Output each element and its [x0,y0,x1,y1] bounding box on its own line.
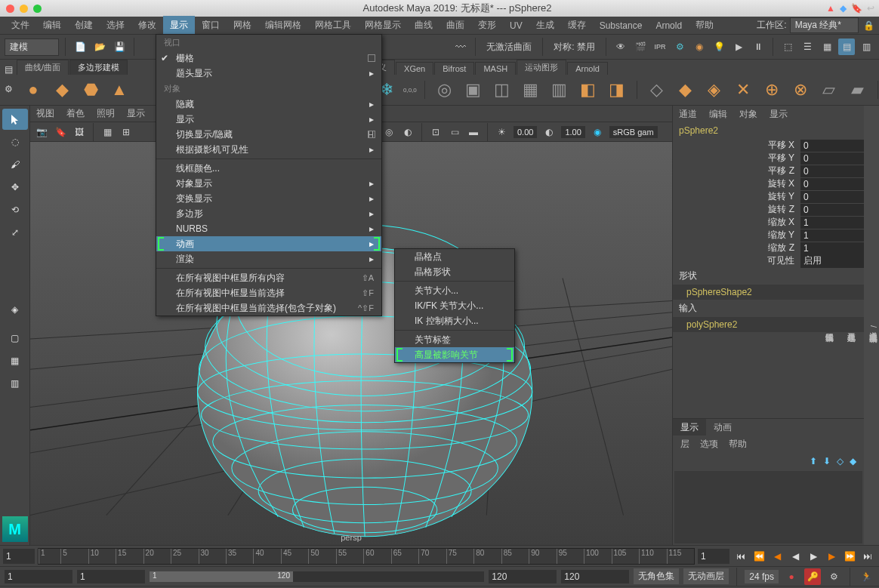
menu-edit-mesh[interactable]: 编辑网格 [258,16,308,35]
timeline-start-field[interactable]: 1 [3,549,35,564]
view-menu-show[interactable]: 显示 [121,105,151,122]
submenu-joint-size[interactable]: 关节大小... [395,283,514,298]
view-axis-icon[interactable]: ▲ [826,3,835,14]
step-fwd-icon[interactable]: ▶ [823,548,840,565]
bridge-icon[interactable]: ◨ [605,78,629,102]
wireframe-shaded-icon[interactable]: ⊡ [427,124,444,140]
symmetry-label[interactable]: 对称: 禁用 [549,41,600,54]
connect-icon[interactable]: ⊗ [788,78,813,102]
live-surface-label[interactable]: 无激活曲面 [482,41,536,54]
quad-draw-icon[interactable]: ▱ [817,78,841,102]
attr-label-ry[interactable]: 旋转 Y [673,190,800,203]
outliner-toggle-icon[interactable]: ☰ [799,38,816,55]
poly-sphere-icon[interactable]: ● [21,78,45,102]
move-tool[interactable]: ✥ [2,177,28,198]
step-back-key-icon[interactable]: ⏪ [751,548,767,565]
minimize-window-button[interactable] [20,5,28,13]
menu-substance[interactable]: Substance [593,17,649,34]
bevel-icon[interactable]: ◇ [645,78,669,102]
shelf-tab-arnold[interactable]: Arnold [567,62,608,75]
menu-arnold[interactable]: Arnold [649,17,689,34]
attr-value-sy[interactable]: 1 [800,229,864,242]
menu-uv[interactable]: UV [503,17,529,34]
menu-item-object-display[interactable]: 对象显示▸ [156,176,381,191]
zoom-window-button[interactable] [33,5,42,13]
cb-menu-edit[interactable]: 编辑 [703,106,733,122]
cb-menu-object[interactable]: 对象 [733,106,763,122]
menu-help[interactable]: 帮助 [689,16,720,35]
xray-icon[interactable]: ◐ [399,124,416,140]
menu-item-animation[interactable]: 动画▸ [156,236,381,251]
menu-item-heads-up[interactable]: 题头显示▸ [156,66,381,81]
shelf-tab-curves[interactable]: 曲线/曲面 [17,60,69,75]
lock-icon[interactable]: 🔒 [863,20,874,31]
cb-menu-show[interactable]: 显示 [763,106,794,122]
menu-item-rendering[interactable]: 渲染▸ [156,251,381,266]
view-compass-icon[interactable]: ◆ [840,3,847,14]
go-end-icon[interactable]: ⏭ [859,548,876,565]
step-fwd-key-icon[interactable]: ⏩ [841,548,858,565]
gate-mask-icon[interactable]: ▬ [465,124,482,140]
menu-item-toggle-vis[interactable]: 切换显示/隐藏H [156,127,381,142]
poly-cylinder-icon[interactable]: ⬣ [79,78,103,102]
submenu-lattice-shape[interactable]: 晶格形状 [395,264,514,279]
submenu-lattice-point[interactable]: 晶格点 [395,249,514,264]
render-pause-icon[interactable]: ⏸ [750,38,766,55]
panel-layout2-icon[interactable]: ▦ [819,38,835,55]
submenu-highlight-affected-joints[interactable]: 高显被影响关节 [395,347,514,362]
view-menu-shading[interactable]: 着色 [60,105,91,122]
single-pane-layout[interactable]: ▢ [2,328,28,349]
menu-item-grid[interactable]: ✔栅格 [156,51,381,66]
layer-new-empty-icon[interactable]: ◇ [837,456,844,466]
anim-layer-selector[interactable]: 无动画层 [683,568,729,584]
submenu-joint-labels[interactable]: 关节标签 [395,332,514,347]
layer-move-down-icon[interactable]: ⬇ [823,456,831,466]
submenu-ik-handle-size[interactable]: IK 控制柄大小... [395,313,514,328]
shelf-tab-mash[interactable]: MASH [475,62,516,75]
step-back-icon[interactable]: ◀ [769,548,785,565]
open-scene-icon[interactable]: 📂 [91,38,108,55]
attr-label-tz[interactable]: 平移 Z [673,165,800,177]
menu-curves[interactable]: 曲线 [408,16,440,35]
select-tool[interactable] [2,109,28,130]
cb-shape-name[interactable]: pSphereShape2 [673,285,864,300]
lasso-tool[interactable]: ◌ [2,131,28,152]
render-settings-icon[interactable]: ⚙ [671,38,688,55]
attr-value-ty[interactable]: 0 [800,152,864,165]
anim-end-field[interactable]: 120 [561,570,629,583]
bookmark-icon[interactable]: 🔖 [52,124,69,140]
menu-set-selector[interactable]: 建模 [5,38,59,56]
last-tool[interactable]: ◈ [2,299,28,320]
render-frame-icon[interactable]: 🎬 [632,38,649,55]
layer-tab-display[interactable]: 显示 [673,419,706,436]
view-menu-view[interactable]: 视图 [30,105,60,122]
playblast-icon[interactable]: ▶ [730,38,747,55]
menu-surfaces[interactable]: 曲面 [440,16,471,35]
workspace-selector[interactable]: Maya 经典* [790,17,859,33]
shelf-tab-bifrost[interactable]: Bifrost [434,62,474,75]
camera-select-icon[interactable]: 📷 [33,124,50,140]
timeline-current-field[interactable]: 1 [698,549,729,564]
menu-item-show[interactable]: 显示▸ [156,112,381,127]
shelf-tab-poly-modeling[interactable]: 多边形建模 [69,60,128,75]
menu-item-frame-selection[interactable]: 在所有视图中框显当前选择⇧F [156,285,381,300]
menu-item-wireframe-color[interactable]: 线框颜色... [156,161,381,176]
menu-create[interactable]: 创建 [68,16,100,35]
attr-editor-toggle-icon[interactable]: ▥ [858,38,874,55]
smooth-icon[interactable]: ▦ [519,78,543,102]
target-weld-icon[interactable]: ⊕ [760,78,784,102]
layer-menu-help[interactable]: 帮助 [729,438,747,451]
attr-value-tz[interactable]: 0 [800,165,864,177]
new-scene-icon[interactable]: 📄 [72,38,88,55]
menu-windows[interactable]: 窗口 [195,16,227,35]
exposure-icon[interactable]: ☀ [493,124,510,140]
menu-modify[interactable]: 修改 [131,16,163,35]
menu-mesh-display[interactable]: 网格显示 [358,16,408,35]
timeline-ruler[interactable]: 1510152025303540455055606570758085909510… [38,548,695,565]
attr-label-rx[interactable]: 旋转 X [673,177,800,190]
resolution-gate-icon[interactable]: ▭ [446,124,463,140]
hypershade-icon[interactable]: ◉ [691,38,708,55]
shelf-tab-motion-graphics[interactable]: 运动图形 [517,60,566,75]
attr-label-sy[interactable]: 缩放 Y [673,229,800,242]
color-mgmt-icon[interactable]: ◉ [589,124,606,140]
